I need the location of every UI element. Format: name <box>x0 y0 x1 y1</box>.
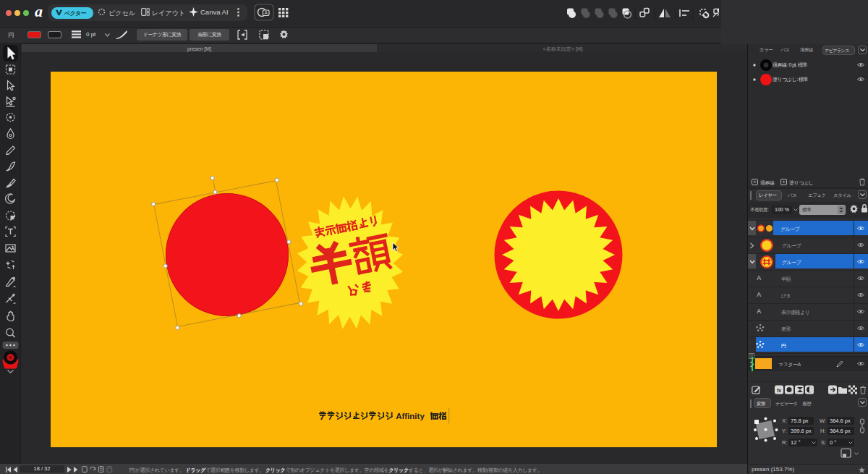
svg-text:Affinity: Affinity <box>396 412 425 420</box>
svg-text:A: A <box>264 10 268 15</box>
svg-text:fx: fx <box>777 388 781 393</box>
